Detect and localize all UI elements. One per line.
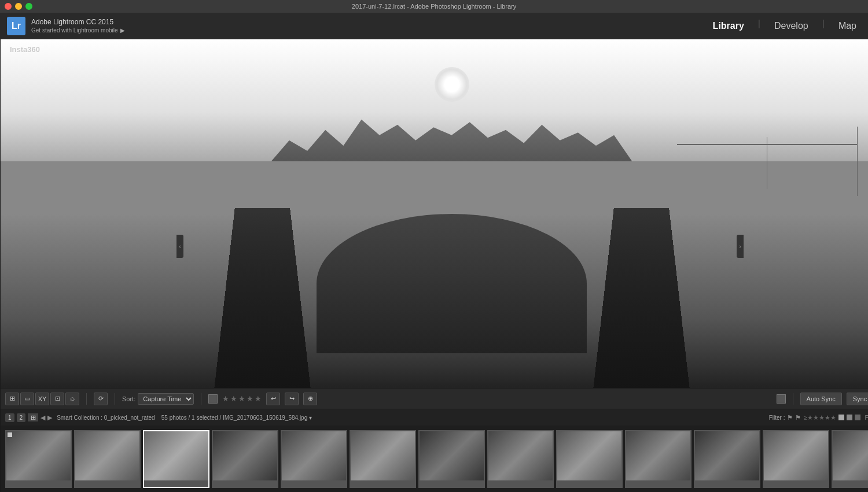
toolbar-separator — [86, 393, 87, 405]
photo-collection-label: Insta360 — [10, 45, 40, 54]
redo-btn[interactable]: ↪ — [285, 393, 299, 405]
stars-rating: ★ ★ ★ ★ ★ — [222, 394, 262, 403]
sort-label: Sort: — [122, 395, 135, 402]
film-thumb-8[interactable] — [487, 430, 554, 488]
app-info: Adobe Lightroom CC 2015 Get started with… — [31, 17, 125, 35]
filter-stars: ≥★★★★★ — [803, 414, 836, 421]
filmstrip-bar: 1 2 ⊞ ◀ ▶ Smart Collection : 0_picked_no… — [1, 409, 868, 426]
filmstrip-info: Smart Collection : 0_picked_not_rated 55… — [57, 415, 764, 421]
star-2[interactable]: ★ — [230, 394, 237, 403]
film-thumb-4[interactable] — [212, 430, 278, 488]
film-thumb-3[interactable] — [143, 430, 209, 488]
minimize-button[interactable] — [15, 3, 22, 10]
film-thumb-5[interactable] — [281, 430, 347, 488]
app-branding: Lr Adobe Lightroom CC 2015 Get started w… — [7, 17, 125, 35]
star-3[interactable]: ★ — [238, 394, 245, 403]
sort-section: Sort: Capture Time Added Order Edit Time — [122, 393, 194, 405]
film-thumb-6[interactable] — [350, 430, 416, 488]
grid-view-btn[interactable]: ⊞ — [5, 393, 19, 405]
survey-view-btn[interactable]: ⊡ — [50, 393, 64, 405]
star-1[interactable]: ★ — [222, 394, 229, 403]
filter-icon-2[interactable]: ⚑ — [795, 414, 801, 421]
filters-status: Filters Off — [865, 414, 868, 421]
photo-viewer: Insta360 — [1, 39, 868, 388]
star-4[interactable]: ★ — [247, 394, 253, 403]
film-thumb-13[interactable] — [832, 430, 868, 488]
filter-icon-1[interactable]: ⚑ — [787, 414, 793, 421]
loupe-view-btn[interactable]: ▭ — [20, 393, 34, 405]
topbar: Lr Adobe Lightroom CC 2015 Get started w… — [0, 13, 868, 39]
next-btn[interactable]: ▶ — [47, 414, 52, 421]
main-area: Navigator FIT FILL 1:1 2:1 Colored Red 5… — [0, 39, 868, 492]
toolbar-separator-3 — [201, 393, 201, 405]
filter-color-2 — [847, 415, 852, 420]
main-photo — [1, 39, 868, 388]
film-thumb-1[interactable] — [5, 430, 72, 488]
titlebar: 2017-uni-7-12.lrcat - Adobe Photoshop Li… — [0, 0, 868, 13]
color-swatch[interactable] — [208, 394, 218, 404]
filter-label: Filter : — [769, 415, 785, 421]
tab-library[interactable]: Library — [708, 19, 749, 34]
film-thumb-2[interactable] — [74, 430, 141, 488]
film-thumb-7[interactable] — [418, 430, 485, 488]
film-thumb-9[interactable] — [556, 430, 623, 488]
smart-collection-label: Smart Collection : 0_picked_not_rated — [57, 415, 155, 421]
toolbar: ⊞ ▭ XY ⊡ ☺ ⟳ Sort: Capture Time Added Or… — [1, 388, 868, 409]
compare-view-btn[interactable]: XY — [35, 393, 49, 405]
grid-number-1[interactable]: 1 — [5, 413, 14, 422]
filmstrip-controls: Filter : ⚑ ⚑ ≥★★★★★ Filters Off ▾ — [769, 414, 868, 421]
grid-number-2[interactable]: 2 — [17, 413, 26, 422]
filter-color — [838, 415, 844, 420]
right-panel-arrow[interactable]: › — [737, 235, 744, 258]
sort-select[interactable]: Capture Time Added Order Edit Time — [138, 393, 194, 405]
promo-text: Get started with Lightroom mobile ▶ — [31, 27, 125, 35]
film-thumb-12[interactable] — [763, 430, 829, 488]
people-view-btn[interactable]: ☺ — [65, 393, 79, 405]
close-button[interactable] — [5, 3, 12, 10]
nav-tabs: Library | Develop | Map — [708, 19, 861, 34]
tab-map[interactable]: Map — [834, 19, 861, 34]
center-area: Insta360 — [1, 39, 868, 492]
film-thumb-10[interactable] — [625, 430, 692, 488]
window-title: 2017-uni-7-12.lrcat - Adobe Photoshop Li… — [352, 3, 516, 10]
view-tools: ⊞ ▭ XY ⊡ ☺ — [5, 393, 79, 405]
film-thumb-11[interactable] — [694, 430, 760, 488]
filmstrip-area: 1 2 ⊞ ◀ ▶ Smart Collection : 0_picked_no… — [1, 409, 868, 492]
filmstrip — [1, 426, 868, 492]
sync-settings-button[interactable]: Sync Settings — [847, 393, 868, 405]
traffic-lights — [5, 3, 32, 10]
maximize-button[interactable] — [25, 3, 32, 10]
target-btn[interactable]: ⊕ — [303, 393, 317, 405]
prev-btn[interactable]: ◀ — [41, 414, 45, 421]
selected-filename[interactable]: IMG_20170603_150619_584.jpg ▾ — [223, 415, 312, 421]
toolbar-separator-4 — [793, 393, 793, 405]
tab-develop[interactable]: Develop — [770, 19, 813, 34]
lr-logo: Lr — [7, 17, 25, 35]
spray-tool[interactable]: ⟳ — [94, 393, 108, 405]
secondary-swatch[interactable] — [777, 394, 786, 404]
left-panel-arrow[interactable]: ‹ — [176, 235, 183, 258]
undo-btn[interactable]: ↩ — [266, 393, 280, 405]
filter-color-3 — [855, 415, 860, 420]
star-5[interactable]: ★ — [255, 394, 262, 403]
grid-icon[interactable]: ⊞ — [28, 413, 38, 421]
toolbar-separator-2 — [115, 393, 115, 405]
photo-count: 55 photos / 1 selected / — [161, 415, 221, 421]
app-name: Adobe Lightroom CC 2015 — [31, 17, 125, 27]
auto-sync-button[interactable]: Auto Sync — [800, 393, 842, 405]
